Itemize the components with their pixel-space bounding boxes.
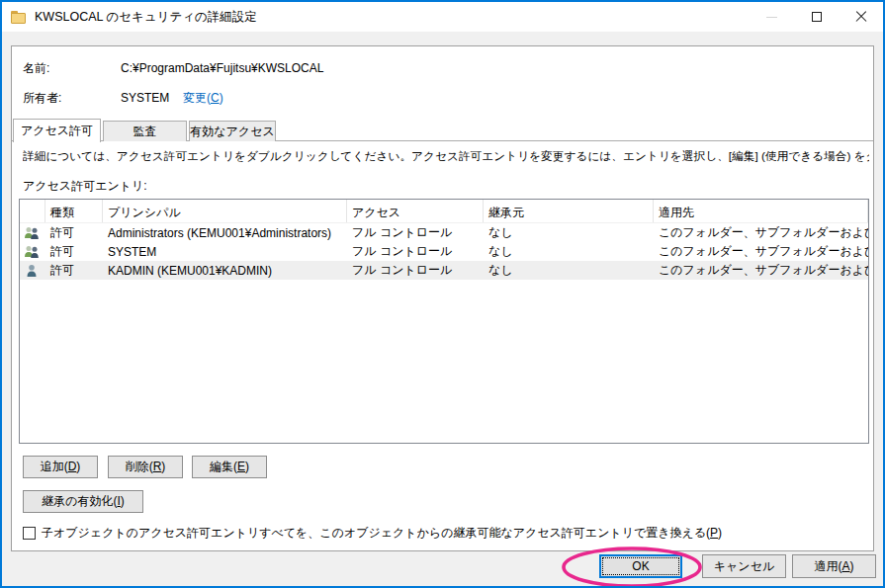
cell-principal: Administrators (KEMU001¥Administrators)	[103, 226, 347, 240]
folder-icon	[11, 11, 27, 24]
table-row[interactable]: 許可 SYSTEM フル コントロール なし このフォルダー、サブフォルダーおよ…	[20, 242, 868, 261]
table-row-selected[interactable]: 許可 KADMIN (KEMU001¥KADMIN) フル コントロール なし …	[20, 261, 868, 280]
table-row[interactable]: 許可 Administrators (KEMU001¥Administrator…	[20, 223, 868, 242]
owner-row: 所有者:SYSTEM変更(C)	[23, 90, 223, 107]
header-inherited-from[interactable]: 継承元	[484, 200, 654, 222]
ok-button[interactable]: OK	[599, 554, 682, 578]
cell-applies-to: このフォルダー、サブフォルダーおよびファイル	[654, 243, 868, 260]
close-button[interactable]	[839, 2, 883, 32]
cell-inherited-from: なし	[484, 243, 654, 260]
cancel-button[interactable]: キャンセル	[702, 554, 786, 578]
enable-inheritance-button[interactable]: 継承の有効化(I)	[23, 490, 143, 513]
replace-child-permissions-row: 子オブジェクトのアクセス許可エントリすべてを、このオブジェクトからの継承可能なア…	[23, 525, 722, 542]
list-header: 種類 プリンシパル アクセス 継承元 適用先	[20, 200, 868, 223]
content-panel: 名前:C:¥ProgramData¥Fujitsu¥KWSLOCAL 所有者:S…	[11, 45, 874, 551]
edit-button[interactable]: 編集(E)	[192, 456, 267, 478]
advanced-security-settings-dialog: KWSLOCAL のセキュリティの詳細設定 名前:C:¥ProgramData¥…	[0, 0, 885, 588]
header-type[interactable]: 種類	[45, 200, 103, 222]
cell-applies-to: このフォルダー、サブフォルダーおよびファイル	[654, 262, 868, 279]
replace-child-permissions-label: 子オブジェクトのアクセス許可エントリすべてを、このオブジェクトからの継承可能なア…	[42, 525, 722, 542]
header-icon-column[interactable]	[20, 200, 45, 222]
change-owner-link[interactable]: 変更(C)	[183, 91, 223, 105]
cell-principal: SYSTEM	[103, 245, 347, 259]
maximize-button[interactable]	[794, 2, 839, 32]
header-access[interactable]: アクセス	[347, 200, 484, 222]
permission-entries-list: 種類 プリンシパル アクセス 継承元 適用先 許可 Administrators…	[19, 199, 869, 444]
name-label: 名前:	[23, 60, 121, 77]
name-value: C:¥ProgramData¥Fujitsu¥KWSLOCAL	[121, 61, 323, 75]
cell-access: フル コントロール	[347, 243, 484, 260]
users-icon	[24, 226, 40, 240]
name-row: 名前:C:¥ProgramData¥Fujitsu¥KWSLOCAL	[23, 60, 323, 77]
tab-auditing[interactable]: 監査	[103, 121, 187, 141]
owner-label: 所有者:	[23, 90, 121, 107]
tab-permissions[interactable]: アクセス許可	[13, 119, 101, 142]
replace-child-permissions-checkbox[interactable]	[23, 527, 36, 540]
add-button[interactable]: 追加(D)	[23, 456, 98, 478]
tab-strip: アクセス許可 監査 有効なアクセス	[12, 119, 873, 141]
remove-button[interactable]: 削除(R)	[108, 456, 183, 478]
minimize-icon	[766, 17, 777, 18]
cell-type: 許可	[45, 262, 103, 279]
user-icon	[24, 264, 40, 278]
entries-label: アクセス許可エントリ:	[23, 178, 147, 195]
cell-type: 許可	[45, 224, 103, 241]
cell-type: 許可	[45, 243, 103, 260]
description-text: 詳細については、アクセス許可エントリをダブルクリックしてください。アクセス許可エ…	[23, 149, 869, 164]
cell-access: フル コントロール	[347, 224, 484, 241]
apply-button[interactable]: 適用(A)	[792, 554, 876, 578]
minimize-button	[750, 2, 794, 32]
tab-effective-access[interactable]: 有効なアクセス	[189, 121, 276, 141]
close-icon	[855, 11, 867, 23]
cell-principal: KADMIN (KEMU001¥KADMIN)	[103, 264, 347, 278]
users-icon	[24, 245, 40, 259]
header-principal[interactable]: プリンシパル	[103, 200, 347, 222]
cell-inherited-from: なし	[484, 224, 654, 241]
header-applies-to[interactable]: 適用先	[654, 200, 868, 222]
maximize-icon	[812, 12, 822, 22]
owner-value: SYSTEM	[121, 91, 175, 105]
cell-access: フル コントロール	[347, 262, 484, 279]
cell-applies-to: このフォルダー、サブフォルダーおよびファイル	[654, 224, 868, 241]
window-title: KWSLOCAL のセキュリティの詳細設定	[35, 9, 257, 26]
cell-inherited-from: なし	[484, 262, 654, 279]
titlebar: KWSLOCAL のセキュリティの詳細設定	[2, 2, 883, 32]
